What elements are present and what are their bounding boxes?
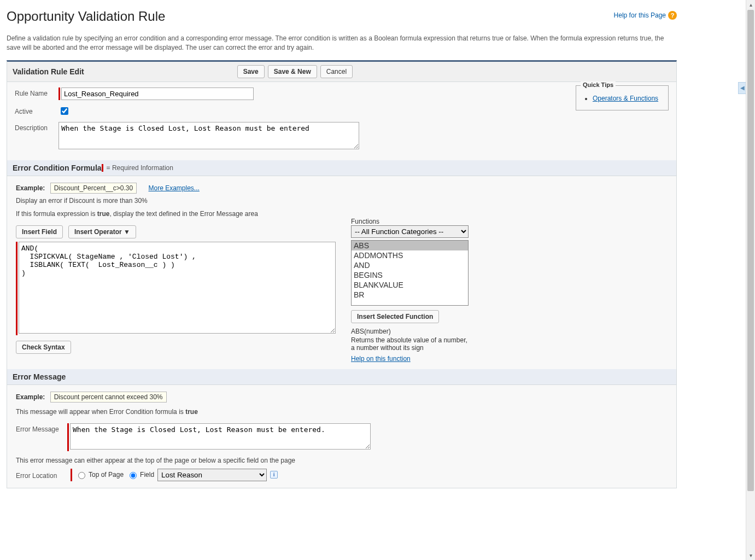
active-checkbox[interactable] (61, 107, 68, 115)
cancel-button[interactable]: Cancel (320, 65, 353, 78)
save-and-new-button[interactable]: Save & New (268, 65, 317, 78)
operators-functions-link[interactable]: Operators & Functions (593, 95, 658, 102)
check-syntax-button[interactable]: Check Syntax (16, 341, 71, 354)
function-description: Returns the absolute value of a number, … (351, 336, 469, 352)
error-instruction: This message will appear when Error Cond… (16, 408, 668, 416)
function-signature: ABS(number) (351, 328, 469, 335)
field-radio-label: Field (140, 471, 154, 479)
scrollbar[interactable]: ▴ ▾ (746, 0, 755, 499)
more-examples-link[interactable]: More Examples... (148, 184, 199, 192)
insert-operator-button[interactable]: Insert Operator ▼ (68, 225, 136, 238)
function-list[interactable]: ABS ADDMONTHS AND BEGINS BLANKVALUE BR (351, 240, 469, 306)
help-for-page-text: Help for this Page (614, 11, 666, 19)
description-textarea[interactable]: When the Stage is Closed Lost, Lost Reas… (58, 122, 359, 149)
formula-section-title: Error Condition Formula (13, 164, 102, 172)
top-of-page-label: Top of Page (89, 471, 124, 479)
rule-name-input[interactable] (61, 88, 254, 100)
insert-field-button[interactable]: Insert Field (16, 225, 63, 238)
error-example-code: Discount percent cannot exceed 30% (50, 392, 167, 402)
save-button[interactable]: Save (237, 65, 265, 78)
help-icon: ? (668, 11, 677, 20)
function-item-br[interactable]: BR (352, 290, 468, 300)
rule-name-label: Rule Name (15, 88, 58, 97)
error-message-label: Error Message (16, 423, 67, 433)
scroll-thumb[interactable] (747, 10, 754, 491)
active-label: Active (15, 106, 58, 115)
function-category-select[interactable]: -- All Function Categories -- (351, 225, 469, 238)
top-of-page-radio[interactable] (78, 472, 85, 479)
quick-tips-title: Quick Tips (581, 81, 616, 88)
function-item-begins[interactable]: BEGINS (352, 270, 468, 280)
error-location-instruction: This error message can either appear at … (16, 457, 668, 464)
function-item-blankvalue[interactable]: BLANKVALUE (352, 280, 468, 290)
error-message-textarea[interactable]: When the Stage is Closed Lost, Lost Reas… (70, 423, 371, 450)
edit-section-title: Validation Rule Edit (13, 67, 84, 76)
quick-tips-box: Quick Tips Operators & Functions (576, 85, 669, 110)
required-info-text: = Required Information (107, 164, 173, 172)
page-title: Opportunity Validation Rule (7, 9, 165, 24)
required-indicator-icon (102, 164, 103, 172)
function-item-abs[interactable]: ABS (352, 241, 468, 250)
functions-label: Functions (351, 218, 469, 225)
formula-example-code: Discount_Percent__c>0.30 (50, 183, 137, 194)
info-icon[interactable]: i (270, 471, 278, 479)
insert-selected-function-button[interactable]: Insert Selected Function (351, 310, 439, 323)
help-for-page-link[interactable]: Help for this Page ? (614, 11, 677, 20)
error-location-field-select[interactable]: Lost Reason (157, 469, 267, 481)
formula-instruction: If this formula expression is true, disp… (16, 210, 668, 218)
error-location-label: Error Location (16, 470, 67, 480)
function-item-and[interactable]: AND (352, 260, 468, 270)
page-intro: Define a validation rule by specifying a… (7, 34, 677, 52)
formula-example-label: Example: (16, 184, 45, 192)
function-item-addmonths[interactable]: ADDMONTHS (352, 250, 468, 260)
error-section-title: Error Message (13, 372, 66, 381)
scroll-up-arrow[interactable]: ▴ (746, 0, 755, 9)
description-label: Description (15, 122, 58, 132)
function-help-link[interactable]: Help on this function (351, 355, 411, 363)
formula-example-desc: Display an error if Discount is more tha… (16, 197, 668, 205)
side-tab-handle[interactable]: ◀ (738, 82, 746, 94)
field-radio[interactable] (130, 472, 137, 479)
error-example-label: Example: (16, 393, 45, 401)
formula-textarea[interactable]: AND( ISPICKVAL( StageName , 'Closed Lost… (19, 242, 336, 334)
